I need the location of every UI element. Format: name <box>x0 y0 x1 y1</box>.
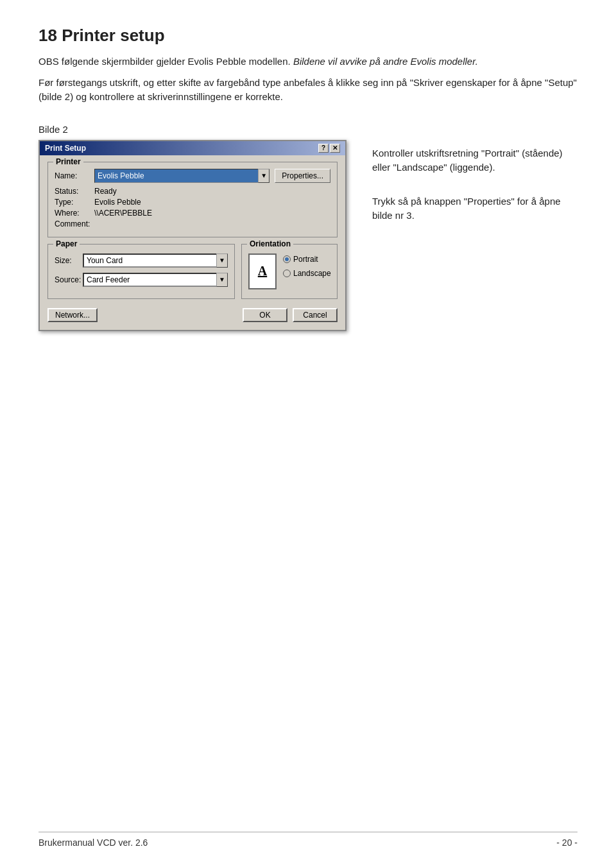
orient-a-icon: A <box>248 253 277 289</box>
orient-inner: A Portrait Landscape <box>248 248 330 289</box>
dialog-titlebar: Print Setup ? ✕ <box>40 141 345 155</box>
name-row: Name: Evolis Pebble ▼ Properties... <box>55 169 330 183</box>
content-row: Print Setup ? ✕ Printer Name: Evolis Peb… <box>38 140 578 331</box>
footer-left: Brukermanual VCD ver. 2.6 <box>38 837 148 848</box>
printer-group: Printer Name: Evolis Pebble ▼ Properties… <box>47 162 338 237</box>
orientation-group-label: Orientation <box>247 239 293 248</box>
type-label: Type: <box>55 198 94 207</box>
titlebar-buttons: ? ✕ <box>318 144 340 153</box>
bilde-label: Bilde 2 <box>38 124 578 135</box>
printer-group-label: Printer <box>53 157 83 166</box>
print-setup-dialog: Print Setup ? ✕ Printer Name: Evolis Peb… <box>38 140 346 331</box>
where-row: Where: \\ACER\PEBBLE <box>55 209 330 218</box>
name-value: Evolis Pebble <box>98 171 144 180</box>
size-select-wrapper: Youn Card ▼ <box>83 253 228 268</box>
radio-group: Portrait Landscape <box>283 253 331 278</box>
ok-button[interactable]: OK <box>243 308 287 322</box>
status-value: Ready <box>94 187 117 196</box>
intro-text-italic: Bildene vil avvike på andre Evolis model… <box>293 56 478 67</box>
source-select-arrow[interactable]: ▼ <box>216 273 228 287</box>
paper-orient-row: Paper Size: Youn Card ▼ <box>47 244 338 305</box>
where-value: \\ACER\PEBBLE <box>94 209 152 218</box>
footer-right: - 20 - <box>556 837 578 848</box>
landscape-radio-dot[interactable] <box>283 270 291 277</box>
name-select-wrapper: Evolis Pebble ▼ <box>94 169 270 183</box>
status-row: Status: Ready <box>55 187 330 196</box>
properties-button[interactable]: Properties... <box>275 169 330 183</box>
note-2: Trykk så på knappen "Properties" for å å… <box>372 194 578 223</box>
size-value: Youn Card <box>87 256 123 265</box>
name-label: Name: <box>55 171 94 180</box>
where-label: Where: <box>55 209 94 218</box>
paper-group: Paper Size: Youn Card ▼ <box>47 244 235 299</box>
name-select-arrow[interactable]: ▼ <box>258 169 270 183</box>
source-label: Source: <box>55 275 83 284</box>
dialog-bottom: Network... OK Cancel <box>47 308 338 322</box>
help-button[interactable]: ? <box>318 144 329 153</box>
side-notes: Kontroller utskriftsretning "Portrait" (… <box>372 140 578 223</box>
type-value: Evolis Pebble <box>94 198 141 207</box>
size-select[interactable]: Youn Card <box>83 253 228 268</box>
dialog-body: Printer Name: Evolis Pebble ▼ Properties… <box>40 155 345 330</box>
type-row: Type: Evolis Pebble <box>55 198 330 207</box>
intro-para-1: OBS følgende skjermbilder gjelder Evolis… <box>38 55 578 69</box>
source-row: Source: Card Feeder ▼ <box>55 273 228 287</box>
close-button[interactable]: ✕ <box>330 144 340 153</box>
orientation-group: Orientation A Portrait <box>241 244 338 299</box>
size-label: Size: <box>55 256 83 265</box>
comment-label: Comment: <box>55 219 94 228</box>
intro-para-3: Før førstegangs utskrift, og etter skift… <box>38 76 578 105</box>
portrait-label: Portrait <box>293 255 318 264</box>
status-label: Status: <box>55 187 94 196</box>
page-title: 18 Printer setup <box>38 26 578 46</box>
source-value: Card Feeder <box>87 275 130 284</box>
portrait-radio[interactable]: Portrait <box>283 255 331 264</box>
landscape-label: Landscape <box>293 269 331 278</box>
ok-cancel-group: OK Cancel <box>243 308 338 322</box>
note-1: Kontroller utskriftsretning "Portrait" (… <box>372 146 578 175</box>
landscape-radio[interactable]: Landscape <box>283 269 331 278</box>
paper-group-label: Paper <box>53 239 80 248</box>
intro-text-1: OBS følgende skjermbilder gjelder Evolis… <box>38 56 291 67</box>
cancel-button[interactable]: Cancel <box>293 308 338 322</box>
portrait-radio-dot[interactable] <box>283 255 291 263</box>
network-button[interactable]: Network... <box>47 308 98 322</box>
source-select-wrapper: Card Feeder ▼ <box>83 273 228 287</box>
dialog-title: Print Setup <box>45 144 86 153</box>
source-select[interactable]: Card Feeder <box>83 273 228 287</box>
size-select-arrow[interactable]: ▼ <box>216 253 228 268</box>
name-select[interactable]: Evolis Pebble <box>94 169 270 183</box>
footer: Brukermanual VCD ver. 2.6 - 20 - <box>38 832 578 848</box>
size-row: Size: Youn Card ▼ <box>55 253 228 268</box>
comment-row: Comment: <box>55 219 330 228</box>
